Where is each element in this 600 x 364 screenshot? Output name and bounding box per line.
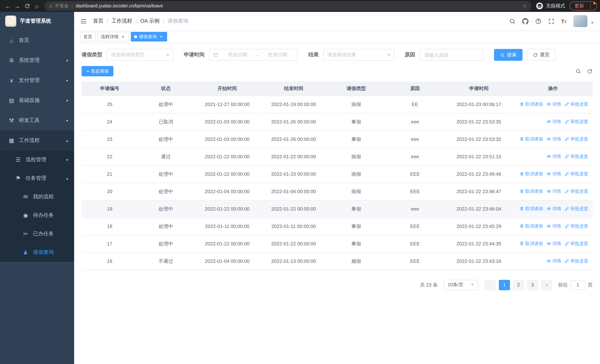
table-row[interactable]: 21处理中2022-01-22 00:00:002022-01-23 00:00… (82, 165, 593, 183)
approval-progress-link[interactable]: 审批进度 (565, 188, 588, 195)
tab-home[interactable]: 首页 (80, 32, 96, 42)
toggle-search-icon[interactable] (576, 68, 581, 74)
sidebar-item-task-mgmt[interactable]: ⚑任务管理▴ (0, 169, 74, 187)
detail-link[interactable]: 详情 (547, 188, 561, 195)
detail-link[interactable]: 详情 (547, 136, 561, 142)
sidebar-item-label: 流程管理 (26, 156, 66, 163)
close-icon[interactable]: × (121, 34, 126, 39)
table-row[interactable]: 22通过2022-01-22 00:00:002022-01-22 00:00:… (82, 148, 593, 165)
create-leave-button[interactable]: + 发起请假 (82, 66, 113, 76)
tab-process-detail[interactable]: 流程详情× (97, 32, 129, 42)
sidebar-item-my-process[interactable]: ✉我的流程 (0, 187, 74, 206)
sidebar-item-todo-tasks[interactable]: ◉待办任务 (0, 206, 74, 225)
table-row[interactable]: 17处理中2022-01-22 00:00:002022-01-22 00:00… (82, 235, 593, 252)
cancel-leave-link[interactable]: 取消请假 (520, 206, 543, 212)
approval-progress-link[interactable]: 审批进度 (565, 136, 588, 142)
url-text[interactable]: dashboard.yudao.iocoder.cn/bpm/oa/leave (76, 3, 519, 9)
update-dot (593, 2, 596, 4)
browser-update-button[interactable]: 更新 ⋮ (570, 1, 597, 10)
cell-leave-type: 事假 (327, 131, 386, 148)
approval-progress-link[interactable]: 审批进度 (565, 258, 588, 264)
browser-reload-icon[interactable] (22, 1, 32, 11)
sidebar-item-payment-mgmt[interactable]: ¥支付管理▾ (0, 70, 74, 90)
browser-back-icon[interactable]: ← (3, 1, 13, 11)
approval-progress-link[interactable]: 审批进度 (565, 241, 588, 247)
security-label[interactable]: 不安全 (55, 3, 69, 9)
approval-progress-link[interactable]: 审批进度 (565, 223, 588, 229)
approval-progress-link[interactable]: 审批进度 (565, 119, 588, 125)
page-size-select[interactable]: 10条/页 (444, 280, 478, 290)
github-icon[interactable] (522, 18, 528, 24)
column-header-1: 状态 (138, 82, 194, 96)
table-row[interactable]: 25处理中2021-12-27 00:00:002022-01-19 00:00… (82, 96, 593, 113)
detail-link[interactable]: 详情 (547, 153, 561, 160)
table-row[interactable]: 23处理中2022-01-03 00:00:002022-01-26 00:00… (82, 131, 593, 148)
help-icon[interactable] (535, 18, 542, 24)
detail-link[interactable]: 详情 (547, 223, 561, 229)
cancel-leave-link[interactable]: 取消请假 (520, 101, 543, 107)
close-icon[interactable]: × (159, 34, 164, 39)
approval-progress-link[interactable]: 审批进度 (565, 153, 588, 160)
result-select[interactable]: 请选择流结果 (323, 49, 394, 61)
security-warning-icon[interactable]: ⚠ (49, 3, 53, 9)
goto-page-input[interactable] (570, 280, 585, 290)
cancel-leave-link[interactable]: 取消请假 (520, 223, 543, 229)
sidebar-item-home[interactable]: ⌂首页 (0, 30, 74, 50)
page-button-1[interactable]: 1 (499, 280, 510, 290)
cancel-leave-link[interactable]: 取消请假 (520, 241, 543, 247)
approval-progress-link[interactable]: 审批进度 (565, 171, 588, 177)
app-logo[interactable]: 芋道管理系统 (0, 12, 74, 30)
sidebar-item-infrastructure[interactable]: ▤基础设施▾ (0, 90, 74, 111)
sidebar-item-leave-query[interactable]: ♟请假查询 (0, 243, 74, 262)
detail-link[interactable]: 详情 (547, 241, 561, 247)
browser-forward-icon[interactable]: → (13, 1, 22, 11)
reason-input[interactable] (420, 49, 484, 61)
next-page-button[interactable]: › (541, 280, 552, 290)
refresh-table-icon[interactable] (587, 68, 593, 74)
font-size-icon[interactable]: TT (561, 18, 567, 24)
table-row[interactable]: 19处理中2022-01-22 00:00:002022-01-22 00:00… (82, 200, 593, 218)
cancel-leave-link[interactable]: 取消请假 (520, 188, 543, 195)
sidebar-item-workflow[interactable]: ▦工作流程▴ (0, 131, 74, 150)
sidebar-item-done-tasks[interactable]: ✂已办任务 (0, 225, 74, 243)
table-row[interactable]: 16不通过2022-01-04 00:00:002022-01-13 00:00… (82, 252, 593, 270)
detail-link[interactable]: 详情 (547, 101, 561, 107)
sidebar-item-system-mgmt[interactable]: ⚙系统管理▾ (0, 50, 74, 70)
url-bar[interactable]: ⚠ 不安全 dashboard.yudao.iocoder.cn/bpm/oa/… (45, 1, 531, 11)
fullscreen-icon[interactable] (548, 18, 554, 24)
breadcrumb-item-0[interactable]: 首页 (93, 18, 103, 24)
bookmark-star-icon[interactable]: ☆ (522, 3, 527, 9)
sidebar-item-dev-tools[interactable]: ⚒研发工具▾ (0, 111, 74, 131)
table-row[interactable]: 24已取消2022-01-03 00:00:002022-01-26 00:00… (82, 113, 593, 131)
cancel-leave-link[interactable]: 取消请假 (520, 171, 543, 177)
page-button-3[interactable]: 3 (527, 280, 538, 290)
page-button-2[interactable]: 2 (513, 280, 524, 290)
edit-icon (565, 102, 569, 107)
browser-home-icon[interactable]: ⌂ (32, 1, 41, 11)
reset-button[interactable]: 重置 (527, 49, 555, 61)
user-menu-caret-icon[interactable]: ▼ (590, 21, 594, 27)
tab-leave-query[interactable]: 请假查询× (131, 32, 167, 42)
approval-progress-link[interactable]: 审批进度 (565, 206, 588, 212)
search-button[interactable]: 搜索 (494, 49, 523, 61)
breadcrumb-item-2[interactable]: OA 示例 (141, 18, 159, 24)
table-row[interactable]: 20处理中2022-01-04 00:00:002022-01-04 00:00… (82, 183, 593, 200)
column-header-2: 开始时间 (194, 82, 261, 96)
detail-link[interactable]: 详情 (547, 119, 561, 125)
breadcrumb-item-1[interactable]: 工作流程 (112, 18, 132, 24)
apply-time-range-picker[interactable]: 开始日期 - 结束日期 (209, 49, 298, 61)
detail-link[interactable]: 详情 (547, 171, 561, 177)
sidebar-item-process-mgmt[interactable]: ☰流程管理▾ (0, 150, 74, 169)
approval-progress-link[interactable]: 审批进度 (565, 101, 588, 107)
search-icon[interactable] (509, 18, 516, 24)
cancel-leave-link[interactable]: 取消请假 (520, 136, 543, 142)
sidebar-toggle-icon[interactable] (80, 18, 87, 25)
table-row[interactable]: 18处理中2022-01-11 00:00:002022-01-11 00:00… (82, 218, 593, 235)
detail-link[interactable]: 详情 (547, 206, 561, 212)
user-avatar[interactable] (573, 15, 587, 27)
prev-page-button[interactable]: ‹ (485, 280, 496, 290)
cell-end-time: 2022-01-22 00:00:00 (260, 200, 327, 218)
detail-link[interactable]: 详情 (547, 258, 561, 264)
leave-type-select[interactable]: 请选择请假类型 (107, 49, 173, 61)
browser-menu-icon[interactable]: ⋮ (587, 3, 594, 9)
